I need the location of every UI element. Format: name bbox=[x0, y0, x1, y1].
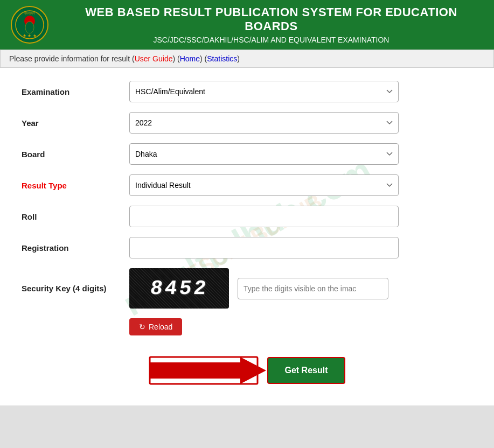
year-row: Year 2022 bbox=[22, 112, 472, 134]
arrow-container bbox=[149, 352, 267, 389]
reload-icon: ↻ bbox=[139, 323, 145, 331]
page-header: ★ ★ ★ বাংলাদেশ WEB BASED RESULT PUBLICAT… bbox=[0, 0, 494, 50]
reload-button[interactable]: ↻ Reload bbox=[129, 318, 182, 335]
svg-rect-8 bbox=[150, 362, 242, 379]
roll-row: Roll bbox=[22, 206, 472, 227]
board-select[interactable]: Dhaka bbox=[129, 143, 399, 165]
board-row: Board Dhaka bbox=[22, 143, 472, 165]
svg-text:★ ★ ★: ★ ★ ★ bbox=[23, 33, 36, 38]
result-type-select[interactable]: Individual Result bbox=[129, 174, 399, 196]
examination-row: Examination HSC/Alim/Equivalent bbox=[22, 81, 472, 102]
roll-input[interactable] bbox=[129, 206, 399, 227]
registration-label: Registration bbox=[22, 243, 129, 253]
statistics-link[interactable]: Statistics bbox=[207, 54, 237, 63]
form-container: resultbdhub.com RESULT BDHUB Examination… bbox=[0, 68, 494, 405]
examination-label: Examination bbox=[22, 87, 129, 96]
roll-label: Roll bbox=[22, 212, 129, 221]
reload-label: Reload bbox=[149, 323, 172, 331]
header-text-block: WEB BASED RESULT PUBLICATION SYSTEM FOR … bbox=[59, 5, 483, 44]
svg-text:বাংলাদেশ: বাংলাদেশ bbox=[24, 11, 35, 15]
get-result-button[interactable]: Get Result bbox=[267, 357, 345, 384]
logo: ★ ★ ★ বাংলাদেশ bbox=[11, 6, 48, 44]
info-text: Please provide information for result bbox=[9, 54, 130, 63]
svg-point-3 bbox=[25, 22, 34, 33]
security-key-input[interactable] bbox=[238, 278, 388, 299]
svg-marker-7 bbox=[240, 357, 266, 384]
year-select[interactable]: 2022 bbox=[129, 112, 399, 134]
header-subtitle: JSC/JDC/SSC/DAKHIL/HSC/ALIM AND EQUIVALE… bbox=[59, 36, 483, 44]
user-guide-link[interactable]: User Guide bbox=[135, 54, 173, 63]
reload-row: ↻ Reload bbox=[22, 318, 472, 335]
year-label: Year bbox=[22, 118, 129, 128]
captcha-digits: 8452 bbox=[149, 277, 210, 300]
red-arrow-svg bbox=[149, 352, 267, 389]
security-key-label: Security Key (4 digits) bbox=[22, 284, 129, 293]
captcha-image: 8452 bbox=[129, 268, 229, 309]
header-title: WEB BASED RESULT PUBLICATION SYSTEM FOR … bbox=[59, 5, 483, 33]
examination-select[interactable]: HSC/Alim/Equivalent bbox=[129, 81, 399, 102]
security-key-row: Security Key (4 digits) 8452 bbox=[22, 268, 472, 309]
info-bar: Please provide information for result (U… bbox=[0, 50, 494, 68]
result-type-label: Result Type bbox=[22, 181, 129, 190]
board-label: Board bbox=[22, 150, 129, 159]
result-type-row: Result Type Individual Result bbox=[22, 174, 472, 196]
get-result-row: Get Result bbox=[22, 352, 472, 389]
registration-row: Registration bbox=[22, 237, 472, 258]
home-link[interactable]: Home bbox=[180, 54, 200, 63]
registration-input[interactable] bbox=[129, 237, 399, 258]
